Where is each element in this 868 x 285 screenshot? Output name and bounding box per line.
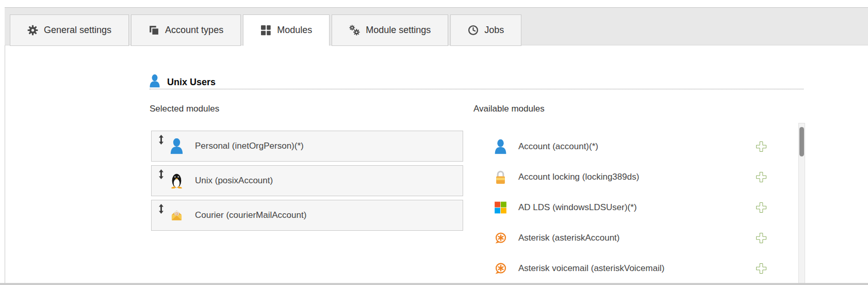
module-label: Asterisk voicemail (asteriskVoicemail) bbox=[518, 263, 664, 274]
tab-jobs[interactable]: Jobs bbox=[450, 14, 521, 46]
add-module-button[interactable] bbox=[756, 171, 767, 183]
available-module-row: AD LDS (windowsLDSUser)(*) bbox=[494, 192, 773, 223]
available-module-row: Account locking (locking389ds) bbox=[494, 162, 773, 192]
add-module-button[interactable] bbox=[756, 263, 767, 274]
tab-module-settings[interactable]: Module settings bbox=[332, 14, 448, 46]
module-label: Personal (inetOrgPerson)(*) bbox=[195, 141, 304, 151]
tab-bar: General settings Account types Modules M… bbox=[10, 14, 521, 46]
tab-account-types[interactable]: Account types bbox=[131, 14, 241, 46]
tab-modules[interactable]: Modules bbox=[243, 14, 330, 46]
clock-icon bbox=[468, 25, 479, 36]
gears-icon bbox=[349, 25, 360, 36]
available-module-row: Account (account)(*) bbox=[494, 131, 773, 162]
tab-label: Jobs bbox=[484, 25, 504, 36]
module-label: Account locking (locking389ds) bbox=[518, 172, 639, 182]
asterisk-icon bbox=[494, 261, 507, 276]
module-label: Asterisk (asteriskAccount) bbox=[518, 233, 620, 243]
remove-module-button[interactable] bbox=[441, 210, 453, 221]
module-label: Unix (posixAccount) bbox=[195, 176, 273, 186]
scrollbar-thumb[interactable] bbox=[799, 127, 804, 156]
selected-modules-header: Selected modules bbox=[150, 104, 219, 114]
tab-label: Modules bbox=[277, 25, 312, 36]
lam-configuration-page: General settings Account types Modules M… bbox=[0, 0, 868, 285]
tab-label: Module settings bbox=[366, 25, 431, 36]
available-modules-scrollbar[interactable] bbox=[798, 123, 805, 285]
module-label: AD LDS (windowsLDSUser)(*) bbox=[518, 202, 637, 213]
grid-icon bbox=[260, 25, 271, 36]
tab-label: Account types bbox=[165, 25, 223, 36]
tab-general-settings[interactable]: General settings bbox=[10, 14, 129, 46]
mail-icon bbox=[170, 208, 183, 224]
add-module-button[interactable] bbox=[756, 232, 767, 244]
add-module-button[interactable] bbox=[756, 141, 767, 152]
selected-module-row[interactable]: Personal (inetOrgPerson)(*) bbox=[151, 131, 463, 162]
clone-icon bbox=[149, 25, 159, 36]
selected-modules-list: Personal (inetOrgPerson)(*) Unix (posixA… bbox=[151, 131, 463, 234]
penguin-icon bbox=[170, 173, 183, 189]
account-type-section-heading: Unix Users bbox=[150, 71, 804, 89]
drag-handle-icon[interactable] bbox=[158, 204, 164, 214]
module-label: Courier (courierMailAccount) bbox=[195, 210, 306, 220]
selected-module-row[interactable]: Courier (courierMailAccount) bbox=[151, 200, 463, 231]
drag-handle-icon[interactable] bbox=[158, 135, 164, 145]
add-module-button[interactable] bbox=[756, 202, 767, 213]
tab-label: General settings bbox=[44, 25, 111, 36]
user-icon bbox=[150, 74, 160, 88]
user-icon bbox=[170, 138, 183, 154]
module-label: Account (account)(*) bbox=[518, 141, 598, 152]
remove-module-button[interactable] bbox=[441, 175, 453, 187]
windows-icon bbox=[494, 200, 507, 215]
available-modules-header: Available modules bbox=[473, 104, 545, 114]
lock-icon bbox=[494, 169, 507, 184]
selected-module-row[interactable]: Unix (posixAccount) bbox=[151, 165, 463, 196]
available-module-row: Asterisk voicemail (asteriskVoicemail) bbox=[494, 253, 773, 283]
gear-icon bbox=[27, 25, 38, 36]
section-title: Unix Users bbox=[167, 77, 216, 88]
bottom-edge-strip bbox=[0, 283, 868, 285]
remove-module-button[interactable] bbox=[441, 140, 453, 152]
panel-left-border bbox=[5, 7, 5, 283]
available-module-row: Asterisk (asteriskAccount) bbox=[494, 223, 773, 253]
user-icon bbox=[494, 139, 507, 154]
asterisk-icon bbox=[494, 230, 507, 245]
available-modules-list: Account (account)(*) Account locking (lo… bbox=[494, 131, 773, 283]
drag-handle-icon[interactable] bbox=[158, 169, 164, 179]
